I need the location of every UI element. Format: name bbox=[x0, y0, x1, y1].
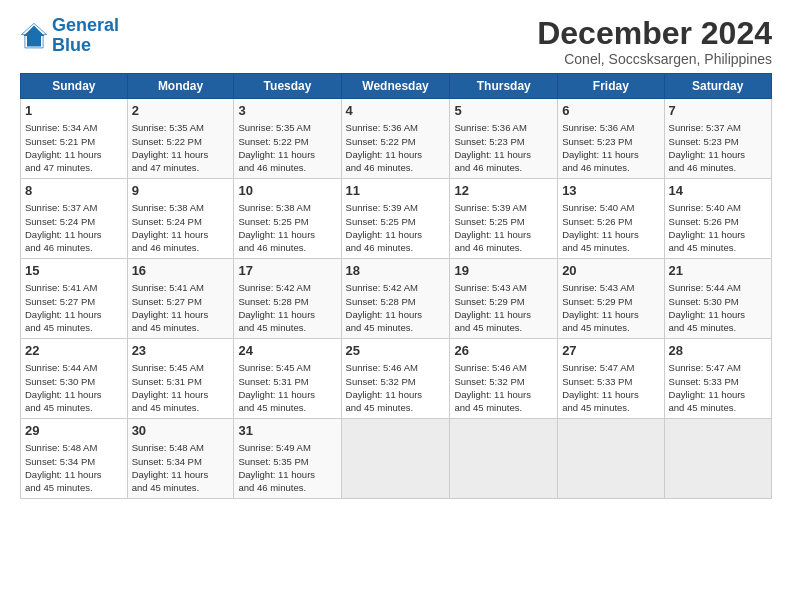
day-info: Sunset: 5:22 PM bbox=[132, 135, 230, 148]
day-info: Daylight: 11 hours bbox=[454, 388, 553, 401]
day-number: 30 bbox=[132, 422, 230, 440]
calendar-cell: 19Sunrise: 5:43 AMSunset: 5:29 PMDayligh… bbox=[450, 259, 558, 339]
day-info: and 46 minutes. bbox=[669, 161, 767, 174]
calendar-cell: 28Sunrise: 5:47 AMSunset: 5:33 PMDayligh… bbox=[664, 339, 771, 419]
day-info: Sunset: 5:33 PM bbox=[562, 375, 659, 388]
day-info: Sunset: 5:24 PM bbox=[25, 215, 123, 228]
day-info: Daylight: 11 hours bbox=[238, 148, 336, 161]
day-info: Daylight: 11 hours bbox=[562, 388, 659, 401]
calendar-cell: 24Sunrise: 5:45 AMSunset: 5:31 PMDayligh… bbox=[234, 339, 341, 419]
calendar-row: 8Sunrise: 5:37 AMSunset: 5:24 PMDaylight… bbox=[21, 179, 772, 259]
header-row: Sunday Monday Tuesday Wednesday Thursday… bbox=[21, 74, 772, 99]
calendar-table: Sunday Monday Tuesday Wednesday Thursday… bbox=[20, 73, 772, 499]
calendar-cell: 30Sunrise: 5:48 AMSunset: 5:34 PMDayligh… bbox=[127, 419, 234, 499]
day-info: and 45 minutes. bbox=[454, 401, 553, 414]
day-info: Sunrise: 5:49 AM bbox=[238, 441, 336, 454]
subtitle: Conel, Soccsksargen, Philippines bbox=[537, 51, 772, 67]
day-number: 25 bbox=[346, 342, 446, 360]
page: General Blue December 2024 Conel, Soccsk… bbox=[0, 0, 792, 509]
day-info: Sunrise: 5:38 AM bbox=[132, 201, 230, 214]
calendar-cell: 18Sunrise: 5:42 AMSunset: 5:28 PMDayligh… bbox=[341, 259, 450, 339]
calendar-cell: 1Sunrise: 5:34 AMSunset: 5:21 PMDaylight… bbox=[21, 99, 128, 179]
day-info: Sunrise: 5:43 AM bbox=[562, 281, 659, 294]
day-info: and 45 minutes. bbox=[25, 401, 123, 414]
day-info: Sunset: 5:28 PM bbox=[238, 295, 336, 308]
day-number: 21 bbox=[669, 262, 767, 280]
calendar-cell: 31Sunrise: 5:49 AMSunset: 5:35 PMDayligh… bbox=[234, 419, 341, 499]
day-number: 14 bbox=[669, 182, 767, 200]
day-info: and 45 minutes. bbox=[562, 401, 659, 414]
day-info: Daylight: 11 hours bbox=[25, 228, 123, 241]
day-info: Sunrise: 5:36 AM bbox=[346, 121, 446, 134]
calendar-cell: 10Sunrise: 5:38 AMSunset: 5:25 PMDayligh… bbox=[234, 179, 341, 259]
day-info: and 47 minutes. bbox=[132, 161, 230, 174]
day-info: Sunrise: 5:43 AM bbox=[454, 281, 553, 294]
col-saturday: Saturday bbox=[664, 74, 771, 99]
day-info: and 45 minutes. bbox=[669, 321, 767, 334]
day-info: Daylight: 11 hours bbox=[25, 308, 123, 321]
day-number: 5 bbox=[454, 102, 553, 120]
day-info: Sunset: 5:22 PM bbox=[238, 135, 336, 148]
svg-marker-0 bbox=[24, 25, 45, 46]
day-info: Sunrise: 5:35 AM bbox=[132, 121, 230, 134]
col-thursday: Thursday bbox=[450, 74, 558, 99]
day-number: 1 bbox=[25, 102, 123, 120]
calendar-cell: 20Sunrise: 5:43 AMSunset: 5:29 PMDayligh… bbox=[558, 259, 664, 339]
day-info: Daylight: 11 hours bbox=[238, 388, 336, 401]
day-info: and 45 minutes. bbox=[669, 401, 767, 414]
day-info: Sunset: 5:31 PM bbox=[132, 375, 230, 388]
day-info: and 46 minutes. bbox=[238, 241, 336, 254]
calendar-cell: 27Sunrise: 5:47 AMSunset: 5:33 PMDayligh… bbox=[558, 339, 664, 419]
calendar-cell: 14Sunrise: 5:40 AMSunset: 5:26 PMDayligh… bbox=[664, 179, 771, 259]
day-info: and 46 minutes. bbox=[346, 241, 446, 254]
day-info: Sunrise: 5:46 AM bbox=[346, 361, 446, 374]
day-number: 12 bbox=[454, 182, 553, 200]
day-info: Daylight: 11 hours bbox=[346, 388, 446, 401]
calendar-cell: 8Sunrise: 5:37 AMSunset: 5:24 PMDaylight… bbox=[21, 179, 128, 259]
day-info: Sunrise: 5:39 AM bbox=[346, 201, 446, 214]
day-info: Sunset: 5:33 PM bbox=[669, 375, 767, 388]
day-number: 20 bbox=[562, 262, 659, 280]
calendar-cell: 11Sunrise: 5:39 AMSunset: 5:25 PMDayligh… bbox=[341, 179, 450, 259]
calendar-cell: 13Sunrise: 5:40 AMSunset: 5:26 PMDayligh… bbox=[558, 179, 664, 259]
calendar-cell: 17Sunrise: 5:42 AMSunset: 5:28 PMDayligh… bbox=[234, 259, 341, 339]
day-number: 17 bbox=[238, 262, 336, 280]
day-info: and 45 minutes. bbox=[238, 321, 336, 334]
calendar-cell bbox=[664, 419, 771, 499]
calendar-body: 1Sunrise: 5:34 AMSunset: 5:21 PMDaylight… bbox=[21, 99, 772, 499]
day-info: Sunrise: 5:36 AM bbox=[562, 121, 659, 134]
day-info: and 46 minutes. bbox=[454, 241, 553, 254]
day-info: Daylight: 11 hours bbox=[132, 228, 230, 241]
day-info: Sunrise: 5:36 AM bbox=[454, 121, 553, 134]
day-info: Daylight: 11 hours bbox=[669, 228, 767, 241]
day-info: Sunrise: 5:41 AM bbox=[25, 281, 123, 294]
day-info: Sunrise: 5:42 AM bbox=[346, 281, 446, 294]
day-info: Sunset: 5:24 PM bbox=[132, 215, 230, 228]
calendar-cell: 15Sunrise: 5:41 AMSunset: 5:27 PMDayligh… bbox=[21, 259, 128, 339]
day-number: 2 bbox=[132, 102, 230, 120]
day-info: Daylight: 11 hours bbox=[238, 228, 336, 241]
day-info: and 46 minutes. bbox=[346, 161, 446, 174]
day-info: and 45 minutes. bbox=[25, 481, 123, 494]
day-info: Daylight: 11 hours bbox=[25, 148, 123, 161]
day-info: Daylight: 11 hours bbox=[454, 148, 553, 161]
calendar-row: 22Sunrise: 5:44 AMSunset: 5:30 PMDayligh… bbox=[21, 339, 772, 419]
day-number: 10 bbox=[238, 182, 336, 200]
day-info: Sunset: 5:29 PM bbox=[454, 295, 553, 308]
logo: General Blue bbox=[20, 16, 119, 56]
calendar-cell: 7Sunrise: 5:37 AMSunset: 5:23 PMDaylight… bbox=[664, 99, 771, 179]
day-info: and 46 minutes. bbox=[25, 241, 123, 254]
day-info: Sunset: 5:21 PM bbox=[25, 135, 123, 148]
calendar-row: 15Sunrise: 5:41 AMSunset: 5:27 PMDayligh… bbox=[21, 259, 772, 339]
calendar-cell: 22Sunrise: 5:44 AMSunset: 5:30 PMDayligh… bbox=[21, 339, 128, 419]
calendar-cell: 9Sunrise: 5:38 AMSunset: 5:24 PMDaylight… bbox=[127, 179, 234, 259]
day-info: and 45 minutes. bbox=[346, 321, 446, 334]
day-info: Sunrise: 5:35 AM bbox=[238, 121, 336, 134]
calendar-cell: 4Sunrise: 5:36 AMSunset: 5:22 PMDaylight… bbox=[341, 99, 450, 179]
day-info: Sunset: 5:27 PM bbox=[25, 295, 123, 308]
calendar-row: 29Sunrise: 5:48 AMSunset: 5:34 PMDayligh… bbox=[21, 419, 772, 499]
day-info: Sunset: 5:30 PM bbox=[25, 375, 123, 388]
day-number: 19 bbox=[454, 262, 553, 280]
day-info: Sunrise: 5:37 AM bbox=[669, 121, 767, 134]
day-info: Daylight: 11 hours bbox=[132, 308, 230, 321]
